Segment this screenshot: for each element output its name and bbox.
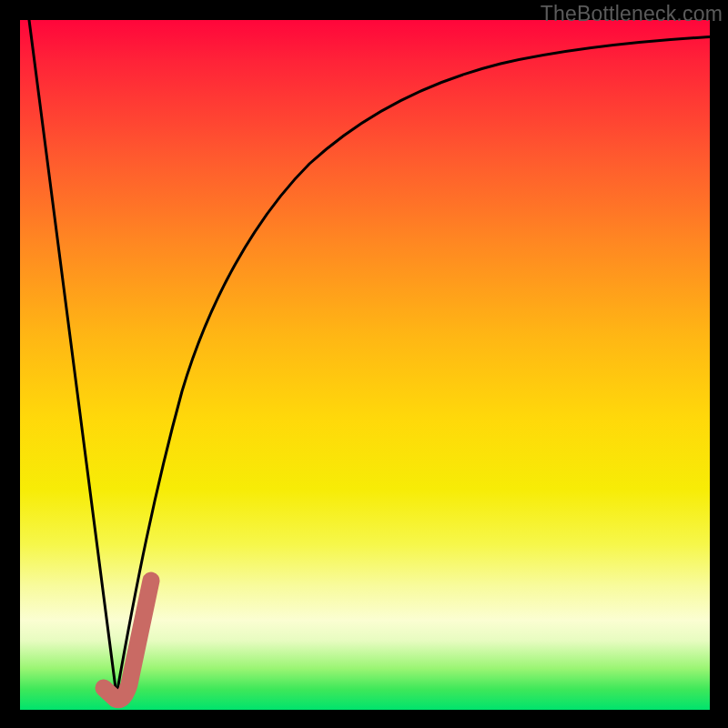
chart-canvas: TheBottleneck.com <box>0 0 728 728</box>
plot-area <box>20 20 710 710</box>
